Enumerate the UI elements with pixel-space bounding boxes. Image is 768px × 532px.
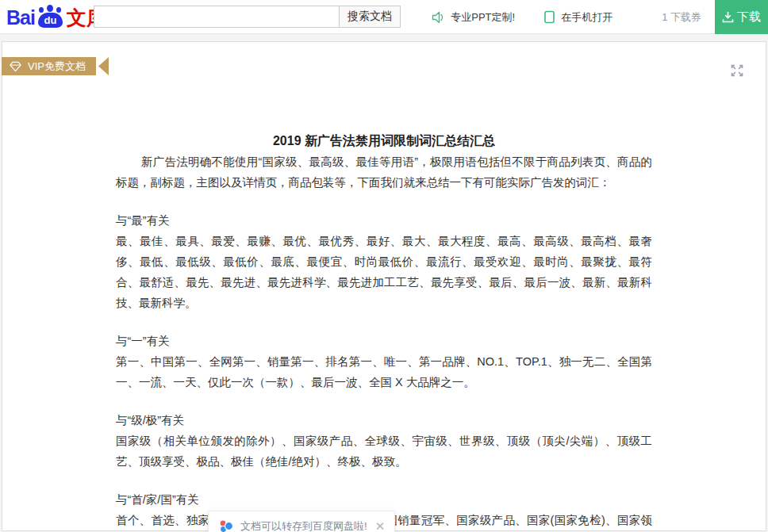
search-docs-button[interactable]: 搜索文档	[339, 6, 401, 28]
document-viewer: VIP免费文档 2019 新广告法禁用词限制词汇总结汇总 新广告法明确不能使用“…	[2, 41, 766, 531]
open-on-mobile-link[interactable]: 在手机打开	[543, 10, 612, 25]
section-heading: 与“级/极”有关	[116, 410, 652, 431]
section-heading: 与“首/家/国”有关	[116, 489, 652, 510]
baidu-wenku-logo[interactable]: Bai du 文库	[6, 5, 106, 29]
baidu-paw-icon: du	[36, 5, 64, 29]
top-header: Bai du 文库 搜索文档 专业PPT定制! 在手机打开 1 下载券	[0, 0, 768, 34]
netdisk-save-toast: 文档可以转存到百度网盘啦! ✕	[208, 511, 395, 532]
speaker-icon	[432, 11, 445, 24]
section-ji: 与“级/极”有关 国家级（相关单位颁发的除外）、国家级产品、全球级、宇宙级、世界…	[116, 410, 652, 472]
header-nav: 专业PPT定制! 在手机打开 1 下载券 下载	[432, 0, 768, 34]
toast-message: 文档可以转存到百度网盘啦!	[240, 519, 367, 532]
logo-text-bai: Bai	[6, 6, 35, 29]
download-button[interactable]: 下载	[715, 0, 768, 34]
document-title: 2019 新广告法禁用词限制词汇总结汇总	[116, 131, 652, 151]
section-heading: 与“一”有关	[116, 331, 652, 351]
download-button-label: 下载	[737, 10, 761, 25]
document-intro-paragraph: 新广告法明确不能使用“国家级、最高级、最佳等用语”，极限用语包括但不限于商品列表…	[116, 151, 652, 193]
section-body: 最、最佳、最具、最爱、最赚、最优、最优秀、最好、最大、最大程度、最高、最高级、最…	[116, 231, 652, 313]
ppt-custom-label: 专业PPT定制!	[451, 10, 515, 25]
document-page: 2019 新广告法禁用词限制词汇总结汇总 新广告法明确不能使用“国家级、最高级、…	[116, 42, 652, 532]
baidu-netdisk-icon	[218, 519, 234, 532]
open-on-mobile-label: 在手机打开	[561, 10, 612, 25]
vip-free-doc-badge[interactable]: VIP免费文档	[2, 57, 109, 75]
section-body: 国家级（相关单位颁发的除外）、国家级产品、全球级、宇宙级、世界级、顶级（顶尖/尖…	[116, 431, 652, 472]
search-input[interactable]	[94, 6, 339, 28]
section-heading: 与“最”有关	[116, 210, 652, 231]
vip-badge-label: VIP免费文档	[28, 59, 86, 74]
section-zui: 与“最”有关 最、最佳、最具、最爱、最赚、最优、最优秀、最好、最大、最大程度、最…	[116, 210, 652, 313]
phone-icon	[543, 10, 555, 24]
download-icon	[722, 11, 734, 23]
vip-gem-icon	[10, 61, 21, 72]
download-coupon-count: 1 下载券	[662, 10, 701, 25]
fullscreen-expand-icon[interactable]	[729, 63, 745, 78]
search-box: 搜索文档	[94, 6, 401, 28]
ppt-custom-link[interactable]: 专业PPT定制!	[432, 10, 515, 25]
logo-text-du: du	[38, 13, 63, 28]
section-body: 第一、中国第一、全网第一、销量第一、排名第一、唯一、第一品牌、NO.1、TOP.…	[116, 351, 652, 392]
section-yi: 与“一”有关 第一、中国第一、全网第一、销量第一、排名第一、唯一、第一品牌、NO…	[116, 331, 652, 392]
toast-close-icon[interactable]: ✕	[375, 520, 386, 532]
vip-badge-tail	[98, 57, 109, 75]
